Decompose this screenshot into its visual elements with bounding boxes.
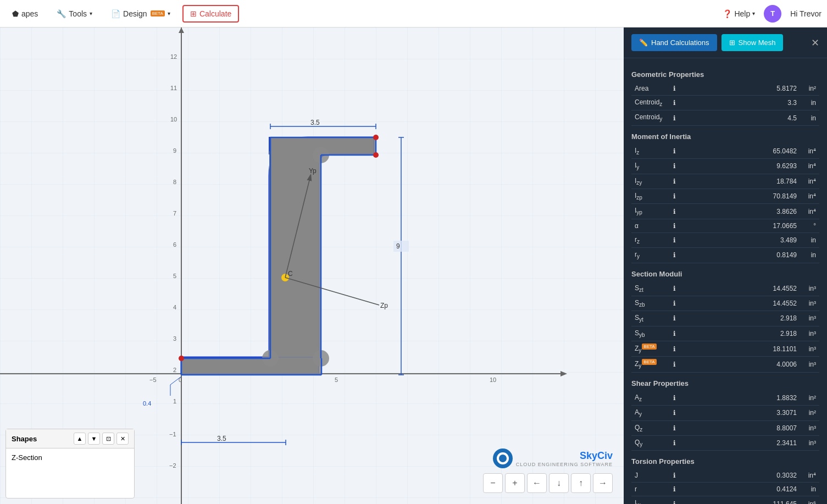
nav-calculate[interactable]: ⊞ Calculate (182, 5, 239, 23)
svg-text:2: 2 (173, 367, 176, 373)
shapes-move-up-button[interactable]: ▲ (74, 433, 86, 445)
bottom-controls: − + ← ↓ ↑ → (483, 473, 613, 493)
svg-text:Zp: Zp (380, 302, 388, 309)
shapes-move-down-button[interactable]: ▼ (88, 433, 100, 445)
hand-calc-label: Hand Calculations (651, 38, 709, 47)
svg-text:−1: −1 (169, 431, 176, 437)
right-panel: ✏️ Hand Calculations ⊞ Show Mesh ✕ Geome… (624, 27, 827, 504)
svg-point-47 (373, 152, 379, 158)
table-row: Syt ℹ 2.918 in³ (631, 311, 819, 326)
design-chevron-icon: ▾ (168, 10, 170, 16)
table-row: α ℹ 17.0665 ° (631, 219, 819, 232)
skyciv-logo: SkyCiv Cloud Engineering Software (493, 448, 613, 468)
table-row: Area ℹ 5.8172 in² (631, 82, 819, 96)
nav-tools-label: Tools (69, 9, 87, 18)
help-icon: ❓ (723, 9, 732, 18)
zoom-out-button[interactable]: − (483, 473, 503, 493)
svg-text:6: 6 (173, 241, 176, 248)
svg-text:8: 8 (173, 179, 176, 185)
top-navigation: ⬟ apes 🔧 Tools ▾ 📄 Design BETA ▾ ⊞ Calcu… (0, 0, 827, 27)
design-icon: 📄 (111, 9, 120, 18)
pan-right-button[interactable]: → (593, 473, 613, 493)
table-row: Centroidz ℹ 3.3 in (631, 96, 819, 110)
show-mesh-button[interactable]: ⊞ Show Mesh (721, 34, 784, 51)
svg-text:12: 12 (170, 53, 177, 60)
table-row: Izp ℹ 70.8149 in⁴ (631, 189, 819, 203)
hand-calculations-button[interactable]: ✏️ Hand Calculations (631, 34, 717, 51)
skyciv-brand-name: SkyCiv (516, 450, 613, 462)
svg-rect-30 (181, 358, 321, 375)
torsion-section-title: Torsion Properties (631, 457, 819, 466)
table-row: Iw ℹ 111.645 in⁶ (631, 496, 819, 504)
tools-icon: 🔧 (57, 9, 66, 18)
shapes-duplicate-button[interactable]: ⊡ (102, 433, 114, 445)
zoom-in-button[interactable]: + (505, 473, 525, 493)
shear-properties-table: Az ℹ 1.8832 in² Ay ℹ 3.3071 in² Qz ℹ 8.8… (631, 391, 819, 451)
table-row: Centroidy ℹ 4.5 in (631, 110, 819, 125)
svg-text:5: 5 (335, 376, 338, 383)
nav-calculate-label: Calculate (199, 9, 231, 18)
svg-text:11: 11 (170, 85, 177, 91)
shear-section-title: Shear Properties (631, 379, 819, 387)
design-beta-badge: BETA (151, 10, 165, 16)
svg-text:Yp: Yp (309, 167, 317, 175)
nav-design[interactable]: 📄 Design BETA ▾ (104, 6, 177, 21)
show-mesh-label: Show Mesh (739, 38, 776, 47)
help-label: Help (734, 9, 750, 18)
canvas-area[interactable]: −5 0 5 10 12 11 10 9 8 7 6 5 4 3 2 1 −1 … (0, 27, 624, 504)
nav-right: ❓ Help ▾ T Hi Trevor (723, 5, 822, 23)
shapes-panel: Shapes ▲ ▼ ⊡ ✕ Z-Section (5, 429, 135, 499)
help-chevron-icon: ▾ (752, 10, 755, 16)
svg-text:3: 3 (173, 335, 176, 342)
table-row: ry ℹ 0.8149 in (631, 248, 819, 263)
table-row: Qy ℹ 2.3411 in³ (631, 436, 819, 451)
svg-text:4: 4 (173, 304, 176, 311)
table-row: J ℹ 0.3032 in⁴ (631, 469, 819, 483)
geometric-properties-table: Area ℹ 5.8172 in² Centroidz ℹ 3.3 in Cen… (631, 82, 819, 126)
table-row: Qz ℹ 8.8007 in³ (631, 420, 819, 435)
table-row: ZyBETA ℹ 4.0006 in³ (631, 357, 819, 372)
moduli-section-title: Section Moduli (631, 270, 819, 278)
properties-content: Geometric Properties Area ℹ 5.8172 in² C… (624, 58, 827, 504)
table-row: Iy ℹ 9.6293 in⁴ (631, 159, 819, 174)
nav-tools[interactable]: 🔧 Tools ▾ (50, 6, 99, 21)
svg-text:10: 10 (490, 376, 496, 383)
pan-up-button[interactable]: ↑ (571, 473, 591, 493)
table-row: r ℹ 0.4124 in (631, 483, 819, 496)
svg-text:0.4: 0.4 (143, 400, 151, 407)
table-row: Syb ℹ 2.918 in³ (631, 326, 819, 341)
svg-text:1: 1 (173, 398, 176, 405)
table-row: Szb ℹ 14.4552 in³ (631, 296, 819, 311)
svg-text:−2: −2 (169, 462, 176, 469)
nav-shapes[interactable]: ⬟ apes (5, 6, 45, 21)
geometric-section-title: Geometric Properties (631, 70, 819, 79)
svg-text:−5: −5 (149, 376, 157, 383)
svg-text:3.5: 3.5 (217, 435, 226, 442)
table-row: ZyBETA ℹ 18.1101 in³ (631, 341, 819, 357)
nav-design-label: Design (123, 9, 147, 18)
user-greeting: Hi Trevor (790, 9, 822, 18)
close-panel-button[interactable]: ✕ (811, 37, 819, 49)
table-row: Izy ℹ 18.784 in⁴ (631, 174, 819, 189)
svg-rect-29 (270, 155, 321, 358)
avatar[interactable]: T (764, 5, 781, 23)
pan-left-button[interactable]: ← (527, 473, 547, 493)
shapes-delete-button[interactable]: ✕ (116, 433, 129, 445)
svg-text:C: C (288, 270, 293, 278)
shapes-panel-header: Shapes ▲ ▼ ⊡ ✕ (6, 429, 134, 448)
help-button[interactable]: ❓ Help ▾ (723, 9, 755, 18)
table-row: rz ℹ 3.489 in (631, 232, 819, 247)
table-row: Iyp ℹ 3.8626 in⁴ (631, 204, 819, 219)
shapes-title: Shapes (12, 435, 37, 443)
table-row: Ay ℹ 3.3071 in² (631, 406, 819, 420)
svg-text:5: 5 (173, 273, 176, 279)
list-item[interactable]: Z-Section (12, 452, 129, 463)
table-row: Iz ℹ 65.0482 in⁴ (631, 144, 819, 159)
pan-down-button[interactable]: ↓ (549, 473, 569, 493)
svg-text:9: 9 (396, 242, 400, 250)
panel-header: ✏️ Hand Calculations ⊞ Show Mesh ✕ (624, 27, 827, 58)
table-row: Az ℹ 1.8832 in² (631, 391, 819, 406)
svg-text:9: 9 (173, 147, 176, 154)
shapes-icon: ⬟ (12, 9, 19, 18)
main-layout: −5 0 5 10 12 11 10 9 8 7 6 5 4 3 2 1 −1 … (0, 27, 827, 504)
